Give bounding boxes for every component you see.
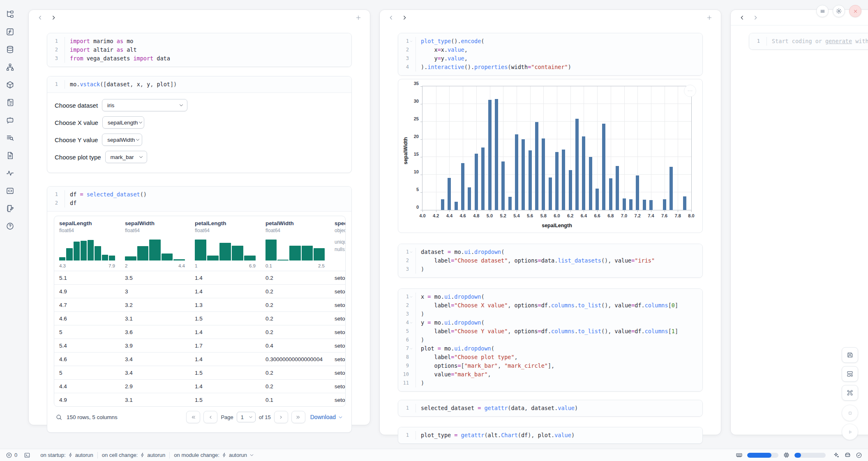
chart-bar[interactable]: [623, 198, 626, 210]
fold-icon[interactable]: [409, 347, 413, 350]
sidebar-item-logs[interactable]: [4, 132, 16, 143]
chart-bar[interactable]: [643, 200, 646, 210]
chart-bar[interactable]: [663, 199, 666, 210]
chart-bar[interactable]: [468, 187, 471, 210]
sidebar-item-tracing[interactable]: [4, 167, 16, 179]
errors-indicator[interactable]: 0: [6, 452, 17, 459]
table-row[interactable]: 4.63.41.40.30000000000000004setosa: [54, 352, 345, 366]
next-page-button[interactable]: [274, 411, 288, 423]
close-panel-button[interactable]: [849, 5, 861, 17]
chart-bar[interactable]: [495, 99, 498, 210]
scroll-left-button[interactable]: [386, 12, 397, 23]
chart-bar[interactable]: [455, 202, 458, 210]
chart-bar[interactable]: [555, 152, 559, 210]
stop-button[interactable]: [842, 405, 858, 421]
table-row[interactable]: 53.41.50.2setosa: [54, 366, 345, 379]
chart-bar[interactable]: [508, 197, 512, 210]
code-editor[interactable]: 1df = selected_dataset()2df: [47, 187, 351, 212]
sidebar-item-packages[interactable]: [4, 79, 16, 90]
scratchpad-editor[interactable]: 1 Start coding or generate with AI.: [749, 33, 868, 49]
page-number-select[interactable]: 1: [237, 412, 256, 422]
x-value-select[interactable]: sepalLength: [102, 116, 144, 129]
code-editor[interactable]: 1dataset = mo.ui.dropdown(2 label="Choos…: [398, 244, 702, 277]
chart-bar[interactable]: [475, 154, 478, 210]
sidebar-item-file-explorer[interactable]: [4, 8, 16, 20]
chart-bar[interactable]: [602, 124, 605, 210]
code-editor[interactable]: 1selected_dataset = getattr(data, datase…: [398, 400, 702, 416]
on-module-change-setting[interactable]: on module change:autorun: [174, 452, 254, 458]
chart-bar[interactable]: [448, 178, 451, 210]
column-header-petalLength[interactable]: petalLengthfloat6416.9: [190, 216, 261, 271]
chart-bar[interactable]: [616, 166, 619, 210]
on-cell-change-setting[interactable]: on cell change:autorun: [102, 452, 166, 458]
code-editor[interactable]: 1plot_type = getattr(alt.Chart(df), plot…: [398, 427, 702, 443]
chart-bar[interactable]: [636, 175, 639, 210]
chart-bar[interactable]: [501, 161, 505, 210]
download-button[interactable]: Download: [310, 414, 343, 420]
column-header-petalWidth[interactable]: petalWidthfloat640.12.5: [261, 216, 330, 271]
table-row[interactable]: 4.42.91.40.2setosa: [54, 379, 345, 393]
chart-bar[interactable]: [683, 196, 686, 210]
table-row[interactable]: 4.931.40.2setosa: [54, 284, 345, 298]
table-row[interactable]: 53.61.40.2setosa: [54, 325, 345, 339]
layout-button[interactable]: [842, 366, 858, 382]
sidebar-item-help[interactable]: [4, 220, 16, 232]
chart-bar[interactable]: [569, 170, 572, 210]
y-value-select[interactable]: sepalWidth: [102, 134, 142, 146]
column-header-sepalLength[interactable]: sepalLengthfloat644.37.9: [54, 216, 120, 271]
table-row[interactable]: 5.43.91.70.4setosa: [54, 339, 345, 352]
fold-icon[interactable]: [409, 295, 413, 299]
scroll-right-button[interactable]: [48, 12, 59, 23]
column-header-sepalWidth[interactable]: sepalWidthfloat6424.4: [120, 216, 190, 271]
table-row[interactable]: 4.73.21.30.2setosa: [54, 298, 345, 311]
chart-menu-button[interactable]: [684, 85, 696, 97]
chart-bar[interactable]: [609, 178, 612, 210]
table-row[interactable]: 4.93.11.50.1setosa: [54, 393, 345, 406]
fold-icon[interactable]: [409, 321, 413, 325]
chart-bar[interactable]: [596, 189, 599, 210]
sidebar-item-dependency-graph[interactable]: [4, 61, 16, 73]
chart-bar[interactable]: [649, 200, 653, 210]
first-page-button[interactable]: [186, 411, 200, 423]
on-startup-setting[interactable]: on startup:autorun: [40, 452, 93, 458]
column-header-species[interactable]: speciesobjectunique:nulls:: [330, 216, 346, 271]
sidebar-item-chat[interactable]: [4, 114, 16, 126]
add-column-button[interactable]: [704, 12, 715, 23]
chart-bar[interactable]: [481, 148, 485, 210]
dataset-select[interactable]: iris: [102, 99, 187, 111]
chart-bar[interactable]: [529, 150, 532, 210]
shortcuts-button[interactable]: [842, 385, 858, 401]
add-column-button[interactable]: [353, 12, 364, 23]
menu-button[interactable]: [816, 5, 829, 17]
chart-bar[interactable]: [582, 136, 585, 210]
chart-bar[interactable]: [488, 100, 492, 210]
previous-page-button[interactable]: [203, 411, 217, 423]
chart-bar[interactable]: [535, 122, 538, 210]
code-editor[interactable]: 1mo.vstack([dataset, x, y, plot]): [47, 76, 351, 93]
fold-icon[interactable]: [409, 39, 413, 43]
ai-assistant-button[interactable]: [833, 452, 840, 459]
connection-status-icon[interactable]: [856, 452, 862, 459]
scroll-left-button[interactable]: [35, 12, 46, 23]
sidebar-item-documentation[interactable]: [4, 97, 16, 108]
code-editor[interactable]: 1x = mo.ui.dropdown(2 label="Choose X va…: [398, 289, 702, 391]
fold-icon[interactable]: [409, 250, 413, 254]
terminal-button[interactable]: [24, 452, 30, 459]
chart-bar[interactable]: [542, 138, 545, 210]
chart-bar[interactable]: [589, 157, 592, 210]
chart-bar[interactable]: [629, 199, 633, 210]
chart-bar[interactable]: [515, 134, 518, 210]
save-button[interactable]: [842, 347, 858, 363]
last-page-button[interactable]: [291, 411, 305, 423]
chart-bar[interactable]: [562, 150, 565, 210]
code-editor[interactable]: 1plot_type().encode(2 x=x.value,3 y=y.va…: [398, 33, 702, 75]
search-icon[interactable]: [55, 414, 62, 421]
chart-plot-area[interactable]: 4.04.24.44.64.85.05.25.45.65.86.06.26.46…: [422, 86, 692, 210]
table-row[interactable]: 4.63.11.50.2setosa: [54, 311, 345, 325]
run-button[interactable]: [842, 424, 858, 440]
scroll-right-button[interactable]: [399, 12, 410, 23]
generate-with-ai-link[interactable]: generate: [825, 38, 852, 44]
sidebar-item-scratchpad[interactable]: [4, 203, 16, 214]
table-row[interactable]: 5.13.51.40.2setosa: [54, 271, 345, 284]
chart-bar[interactable]: [549, 177, 552, 210]
